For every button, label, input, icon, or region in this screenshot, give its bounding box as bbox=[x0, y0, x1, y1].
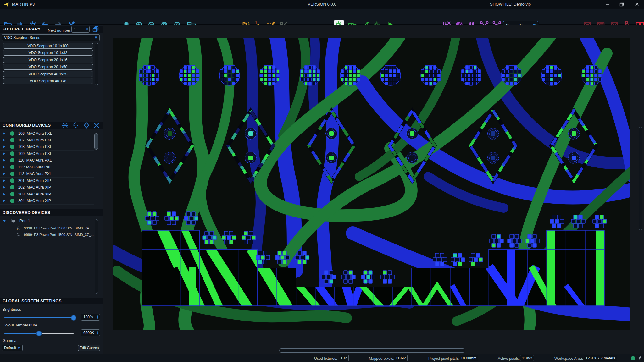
discovered-device-row[interactable]: 9999: P3 PowerPort 1500 S/N: SIM0_37_... bbox=[0, 232, 94, 238]
stepper-arrows-icon[interactable]: ▲▼ bbox=[86, 27, 88, 31]
chevron-collapsed-icon[interactable] bbox=[3, 192, 6, 196]
discovered-device-row[interactable]: 9998: P3 PowerPort 1500 S/N: SIM0_74_... bbox=[0, 225, 94, 231]
fixture-series-dropdown[interactable]: VDO Sceptron Series ▼ bbox=[2, 34, 100, 41]
chevron-collapsed-icon[interactable] bbox=[3, 185, 6, 189]
brightness-slider[interactable] bbox=[4, 317, 74, 318]
configured-device-row[interactable]: 109: MAC Aura PXL bbox=[0, 150, 94, 157]
app-title: MARTIN P3 bbox=[12, 2, 35, 7]
fixture-library-item[interactable]: VDO Sceptron 40 1x8 bbox=[3, 78, 93, 84]
version-label: VERSION 6.0.0 bbox=[308, 2, 336, 7]
device-status-dot bbox=[10, 158, 14, 162]
library-scrollbar[interactable] bbox=[95, 43, 98, 85]
edit-curves-button[interactable]: Edit Curves bbox=[78, 345, 100, 351]
brightness-label: Brightness bbox=[3, 307, 21, 312]
device-label: 204: MAC Aura XIP bbox=[18, 199, 51, 203]
deselect-icon[interactable] bbox=[93, 122, 100, 129]
device-status-dot bbox=[10, 199, 14, 203]
chevron-collapsed-icon[interactable] bbox=[3, 179, 6, 183]
mapped-pixels-value: 11892 bbox=[394, 355, 408, 361]
minimize-button[interactable] bbox=[602, 1, 612, 8]
gamma-dropdown[interactable]: Default ▼ bbox=[2, 345, 23, 351]
fixture-library-item[interactable]: VDO Sceptron 10 1x100 bbox=[3, 43, 93, 49]
device-status-dot bbox=[10, 151, 14, 156]
duplicate-icon[interactable] bbox=[92, 26, 99, 33]
chevron-collapsed-icon[interactable] bbox=[3, 138, 6, 142]
fixture-library-item[interactable]: VDO Sceptron 10 1x32 bbox=[3, 50, 93, 56]
stepper-arrows-icon[interactable]: ▲▼ bbox=[97, 315, 98, 319]
mapped-pixels-label: Mapped pixels: bbox=[369, 356, 394, 361]
select-all-icon[interactable] bbox=[72, 122, 79, 129]
gamma-label: Gamma bbox=[3, 338, 16, 343]
sidebar: FIXTURE LIBRARY Next number: 1 ▲▼ VDO Sc… bbox=[0, 25, 103, 354]
configured-device-row[interactable]: 107: MAC Aura PXL bbox=[0, 137, 94, 143]
configured-device-row[interactable]: 112: MAC Aura PXL bbox=[0, 171, 94, 177]
inspect-magnifier-icon[interactable] bbox=[16, 233, 21, 237]
highlight-icon[interactable] bbox=[62, 122, 69, 129]
device-label: 111: MAC Aura PXL bbox=[18, 165, 52, 169]
discovered-scrollbar[interactable] bbox=[95, 219, 98, 294]
colour-temperature-slider[interactable] bbox=[4, 333, 74, 334]
next-number-stepper[interactable]: 1 ▲▼ bbox=[71, 26, 90, 33]
workspace-canvas[interactable] bbox=[103, 25, 644, 354]
colour-temperature-slider-rest bbox=[39, 333, 74, 334]
chevron-collapsed-icon[interactable] bbox=[3, 172, 6, 176]
configured-device-row[interactable]: 108: MAC Aura PXL bbox=[0, 144, 94, 150]
used-fixtures-value: 132 bbox=[339, 355, 349, 361]
device-label: 202: MAC Aura XIP bbox=[18, 185, 51, 189]
brightness-slider-knob[interactable] bbox=[71, 315, 76, 321]
colour-temperature-stepper[interactable]: 6500K ▲▼ bbox=[81, 329, 100, 336]
chevron-collapsed-icon[interactable] bbox=[3, 145, 6, 149]
pixel-pitch-value: 10.00mm bbox=[459, 355, 478, 361]
canvas-vertical-scrollbar[interactable] bbox=[639, 127, 642, 230]
workspace-area-label: Workspace Area: bbox=[554, 356, 583, 361]
stepper-arrows-icon[interactable]: ▲▼ bbox=[97, 331, 98, 335]
active-pixels-value: 11892 bbox=[520, 355, 534, 361]
statusbar: Used fixtures: 132 Mapped pixels: 11892 … bbox=[0, 354, 644, 362]
chevron-collapsed-icon[interactable] bbox=[3, 152, 6, 156]
colour-temperature-slider-knob[interactable] bbox=[36, 331, 42, 336]
row-divider bbox=[0, 204, 94, 205]
pin-icon[interactable] bbox=[637, 355, 643, 361]
device-status-dot bbox=[10, 138, 14, 142]
configured-device-row[interactable]: 203: MAC Aura XIP bbox=[0, 191, 94, 197]
device-status-dot bbox=[10, 145, 14, 149]
brightness-stepper[interactable]: 100% ▲▼ bbox=[81, 314, 100, 321]
device-status-dot bbox=[10, 165, 14, 169]
close-button[interactable] bbox=[632, 1, 641, 8]
fixture-library-item[interactable]: VDO Sceptron 40 1x25 bbox=[3, 71, 93, 77]
chevron-collapsed-icon[interactable] bbox=[3, 165, 6, 169]
device-status-dot bbox=[10, 185, 14, 189]
fixture-library-item[interactable]: VDO Sceptron 20 1x50 bbox=[3, 64, 93, 70]
inspect-magnifier-icon[interactable] bbox=[16, 226, 21, 230]
used-fixtures-label: Used fixtures: bbox=[314, 356, 337, 361]
chevron-collapsed-icon[interactable] bbox=[3, 132, 6, 135]
configured-device-row[interactable]: 201: MAC Aura XIP bbox=[0, 177, 94, 184]
devices-scrollbar-thumb[interactable] bbox=[94, 133, 98, 150]
restore-button[interactable] bbox=[617, 1, 626, 8]
showfile-label: SHOWFILE: Demo.vip bbox=[490, 2, 531, 7]
canvas-horizontal-scrollbar[interactable] bbox=[279, 348, 465, 353]
chevron-collapsed-icon[interactable] bbox=[3, 158, 6, 162]
chevron-down-icon: ▼ bbox=[18, 346, 20, 350]
fixture-library-item[interactable]: VDO Sceptron 20 1x16 bbox=[3, 57, 93, 63]
device-label: 112: MAC Aura PXL bbox=[18, 172, 52, 176]
chevron-collapsed-icon[interactable] bbox=[3, 199, 6, 203]
configured-device-row[interactable]: 202: MAC Aura XIP bbox=[0, 184, 94, 191]
device-status-dot bbox=[10, 172, 14, 176]
active-pixels-label: Active pixels: bbox=[498, 356, 520, 361]
configured-device-row[interactable]: 106: MAC Aura PXL bbox=[0, 130, 94, 137]
diamond-select-icon[interactable] bbox=[83, 122, 90, 129]
configured-device-row[interactable]: 111: MAC Aura PXL bbox=[0, 164, 94, 170]
chevron-expanded-icon[interactable] bbox=[2, 219, 7, 223]
global-screen-settings-header: GLOBAL SCREEN SETTINGS bbox=[0, 298, 103, 304]
next-number-label: Next number: bbox=[48, 27, 72, 34]
pixel-pitch-label: Project pixel pitch: bbox=[428, 356, 459, 361]
chevron-down-icon: ▼ bbox=[95, 36, 97, 39]
svg-text:1: 1 bbox=[248, 22, 250, 25]
device-label: 203: MAC Aura XIP bbox=[18, 192, 51, 196]
device-label: 110: MAC Aura PXL bbox=[18, 158, 52, 162]
port-network-icon bbox=[10, 218, 15, 223]
configured-device-row[interactable]: 204: MAC Aura XIP bbox=[0, 198, 94, 204]
configured-device-row[interactable]: 110: MAC Aura PXL bbox=[0, 157, 94, 164]
discovered-port-row[interactable]: Port 1 bbox=[0, 218, 94, 224]
